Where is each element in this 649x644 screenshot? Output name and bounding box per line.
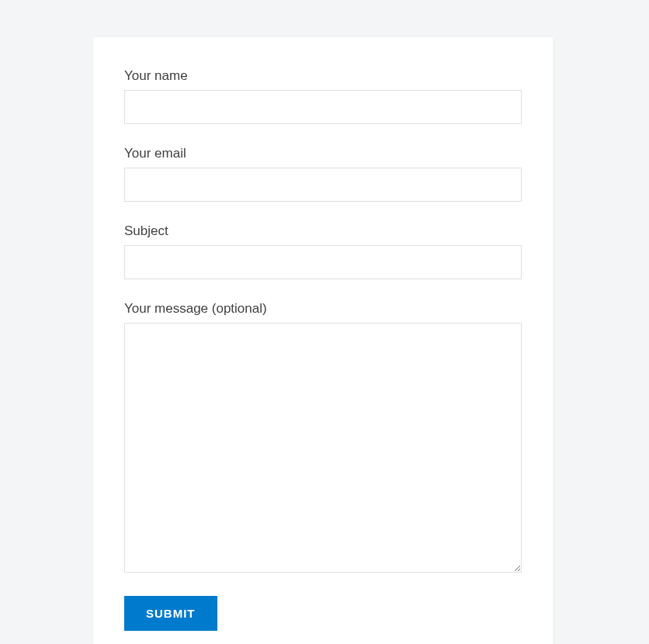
subject-field-group: Subject xyxy=(124,223,522,279)
contact-form-card: Your name Your email Subject Your messag… xyxy=(93,37,553,644)
email-input[interactable] xyxy=(124,168,522,202)
name-label: Your name xyxy=(124,68,522,84)
email-field-group: Your email xyxy=(124,146,522,202)
email-label: Your email xyxy=(124,146,522,161)
name-field-group: Your name xyxy=(124,68,522,124)
subject-label: Subject xyxy=(124,223,522,239)
message-textarea[interactable] xyxy=(124,323,522,573)
message-label: Your message (optional) xyxy=(124,301,522,317)
submit-button[interactable]: Submit xyxy=(124,596,217,631)
message-field-group: Your message (optional) xyxy=(124,301,522,573)
subject-input[interactable] xyxy=(124,245,522,279)
contact-form: Your name Your email Subject Your messag… xyxy=(124,68,522,631)
name-input[interactable] xyxy=(124,90,522,124)
